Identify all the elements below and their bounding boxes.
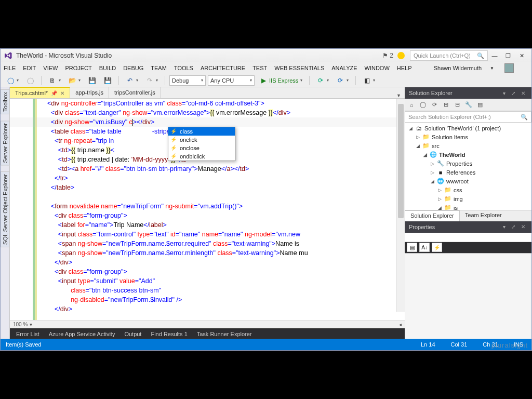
events-icon[interactable]: ⚡ [432,243,442,252]
menu-webessentials[interactable]: WEB ESSENTIALS [274,65,324,71]
node-icon: 📁 [422,134,430,140]
avatar[interactable] [504,63,514,73]
open-button[interactable]: 📂▾ [65,75,83,86]
panel-buttons[interactable]: ▾ ⤢ ✕ [503,90,527,96]
solution-tree[interactable]: ◢🗂Solution 'TheWorld' (1 project) ▷📁Solu… [405,123,531,210]
refresh-button[interactable]: ⟳▾ [334,75,351,86]
menu-help[interactable]: HELP [397,65,412,71]
intellisense-item[interactable]: ⚡onclose [168,144,235,152]
expand-icon[interactable]: ◢ [437,205,442,210]
tree-node[interactable]: ▷📁css [405,185,531,194]
notification-flag-icon[interactable]: ⚑ 2 [382,52,393,59]
back-icon[interactable]: ◯ [418,100,428,110]
chevron-down-icon[interactable]: ▼ [396,93,401,98]
menu-edit[interactable]: EDIT [23,65,36,71]
doc-tab-active[interactable]: Trips.cshtml*📌✕ [10,87,70,98]
intellisense-popup[interactable]: ⚡class ⚡onclick ⚡onclose ⚡ondblclick [168,127,235,161]
properties-icon[interactable]: 🔧 [464,100,473,110]
properties-combo[interactable] [405,233,531,242]
alphabetical-icon[interactable]: A↓ [419,243,430,252]
properties-grid[interactable] [405,254,531,339]
tab-error-list[interactable]: Error List [12,330,44,338]
run-button[interactable]: ▶ IIS Express▾ [257,75,305,86]
tab-team-explorer[interactable]: Team Explorer [460,210,507,221]
tab-azure[interactable]: Azure App Service Activity [45,330,119,338]
expand-icon[interactable]: ▷ [437,196,442,202]
tab-task-runner[interactable]: Task Runner Explorer [193,330,256,338]
new-project-button[interactable]: 🗎▾ [46,75,63,86]
redo-button[interactable]: ↷▾ [143,75,161,86]
panel-buttons[interactable]: ▾ ⤢ ✕ [503,224,527,230]
pin-icon[interactable]: 📌 [51,90,57,96]
expand-icon[interactable]: ◢ [415,143,420,149]
tree-node[interactable]: ◢🌐wwwroot [405,177,531,185]
platform-combo[interactable]: Any CPU▾ [208,75,255,86]
intellisense-item[interactable]: ⚡class [168,127,235,136]
nav-fwd-button[interactable]: ◯ [23,75,37,86]
expand-icon[interactable]: ▷ [437,188,442,193]
toolbox-tab[interactable]: Toolbox [1,89,10,114]
solution-root[interactable]: ◢🗂Solution 'TheWorld' (1 project) [405,124,531,132]
intellisense-item[interactable]: ⚡ondblclick [168,152,235,161]
tree-node[interactable]: ◢🌐TheWorld [405,150,531,159]
tab-output[interactable]: Output [120,330,145,338]
menu-project[interactable]: PROJECT [65,65,91,71]
extension-button[interactable]: ◧▾ [360,75,378,86]
code-editor[interactable]: <div ng-controller="tripsController as v… [10,99,405,320]
expand-icon[interactable]: ▷ [430,170,435,175]
quick-launch-input[interactable]: Quick Launch (Ctrl+Q)🔍 [410,50,488,61]
expand-icon[interactable]: ◢ [422,152,428,157]
preview-icon[interactable]: ▤ [475,100,485,110]
tree-node[interactable]: ▷■References [405,168,531,177]
expand-icon[interactable]: ▷ [430,161,435,166]
home-icon[interactable]: ⌂ [407,100,416,110]
tab-find[interactable]: Find Results 1 [147,330,191,338]
undo-button[interactable]: ↶▾ [123,75,141,86]
close-button[interactable]: ✕ [515,50,528,61]
menu-architecture[interactable]: ARCHITECTURE [201,65,245,71]
browser-link-button[interactable]: ⟳▾ [314,75,331,86]
tab-solution-explorer[interactable]: Solution Explorer [405,210,460,221]
tree-node[interactable]: ▷🔧Properties [405,159,531,168]
sql-object-explorer-tab[interactable]: SQL Server Object Explorer [1,171,10,247]
menu-team[interactable]: TEAM [151,65,167,71]
tree-node[interactable]: ▷📁img [405,194,531,203]
intellisense-item[interactable]: ⚡onclick [168,136,235,144]
restore-button[interactable]: ❐ [501,50,515,61]
right-tabs: Solution Explorer Team Explorer [405,210,531,221]
save-button[interactable]: 💾 [85,75,99,86]
user-area[interactable]: Shawn Wildermuth ▼ [434,63,521,73]
menu-view[interactable]: VIEW [43,65,58,71]
menu-file[interactable]: FILE [4,65,16,71]
close-tab-icon[interactable]: ✕ [60,90,64,96]
minimize-button[interactable]: — [488,50,501,61]
nav-back-button[interactable]: ◯▾ [4,75,21,86]
menu-window[interactable]: WINDOW [365,65,390,71]
solution-search-input[interactable]: Search Solution Explorer (Ctrl+;) 🔍 [405,111,531,123]
menu-build[interactable]: BUILD [99,65,116,71]
sync-icon[interactable]: ⟳ [430,100,439,110]
show-all-icon[interactable]: ⊞ [441,100,450,110]
server-explorer-tab[interactable]: Server Explorer [1,121,10,165]
chevron-down-icon[interactable]: ▾ [30,322,32,327]
h-scroll-left-icon[interactable]: ◂ [399,322,402,327]
feedback-smiley-icon[interactable] [397,52,405,59]
menu-analyze[interactable]: ANALYZE [331,65,357,71]
vertical-scrollbar[interactable] [396,99,405,312]
save-all-button[interactable]: 💾 [101,75,114,86]
tree-node[interactable]: ▷📁Solution Items [405,132,531,141]
scrollbar-thumb[interactable] [398,104,404,218]
menu-debug[interactable]: DEBUG [123,65,143,71]
tree-node[interactable]: ◢📁src [405,141,531,150]
categorized-icon[interactable]: ▤ [407,243,417,252]
doc-tab[interactable]: app-trips.js [70,87,109,98]
expand-icon[interactable]: ◢ [430,179,435,184]
collapse-icon[interactable]: ⊟ [453,100,462,110]
expand-icon[interactable]: ▷ [415,135,420,140]
tree-node[interactable]: ◢📁js [405,203,531,210]
menu-tools[interactable]: TOOLS [174,65,193,71]
zoom-level[interactable]: 100 % [13,322,28,327]
config-combo[interactable]: Debug▾ [169,75,206,86]
menu-test[interactable]: TEST [252,65,267,71]
doc-tab[interactable]: tripsController.js [109,87,161,98]
